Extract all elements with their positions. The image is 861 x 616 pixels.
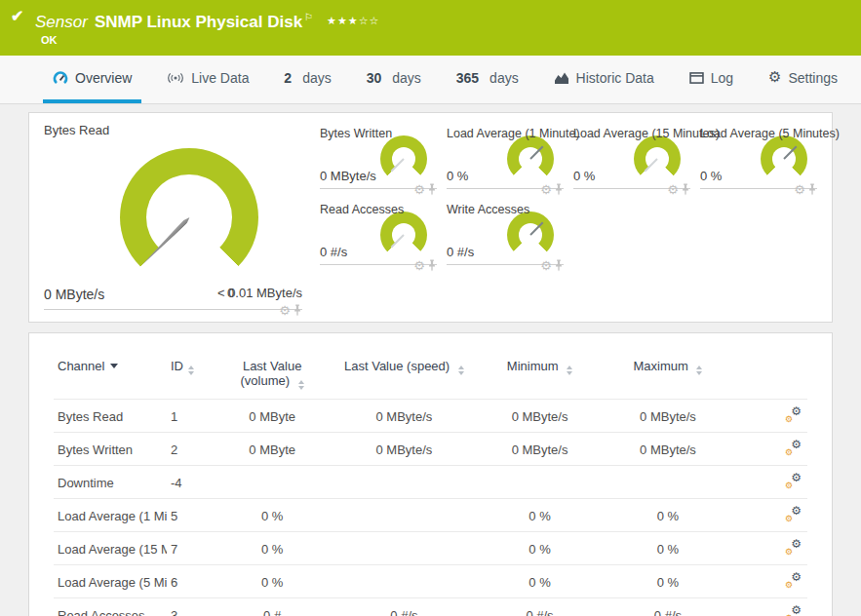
flag-icon[interactable]: ⚐ bbox=[304, 12, 313, 22]
table-row[interactable]: Bytes Written20 MByte0 MByte/s0 MByte/s0… bbox=[54, 433, 807, 466]
cell-minimum: 0 % bbox=[490, 565, 588, 598]
channels-table: Channel ID Last Value (volume) Last Valu… bbox=[54, 349, 807, 616]
tab-log[interactable]: Log bbox=[680, 56, 743, 103]
gauge-label: Bytes Read bbox=[44, 123, 302, 137]
channels-table-body: Bytes Read10 MByte0 MByte/s0 MByte/s0 MB… bbox=[54, 400, 807, 616]
cell-last-speed bbox=[318, 466, 491, 499]
cell-minimum: 0 MByte/s bbox=[490, 433, 588, 466]
column-header-channel[interactable]: Channel bbox=[54, 349, 167, 400]
column-header-last-speed[interactable]: Last Value (speed) bbox=[318, 349, 491, 400]
cell-id: 1 bbox=[167, 400, 227, 433]
pin-icon[interactable] bbox=[427, 183, 437, 196]
channels-panel: Channel ID Last Value (volume) Last Valu… bbox=[28, 332, 833, 616]
gauge-label: Read Accesses bbox=[320, 203, 404, 216]
gauge-label: Write Accesses bbox=[447, 203, 529, 216]
tab-overview[interactable]: Overview bbox=[43, 56, 141, 103]
pin-icon[interactable] bbox=[681, 183, 690, 196]
cell-channel: Load Average (5 Min... bbox=[54, 565, 167, 598]
gauge-tile-read-accesses: Read Accesses0 #/s⚙ bbox=[320, 199, 437, 265]
window-icon bbox=[689, 72, 704, 84]
cell-maximum: 0 % bbox=[589, 565, 747, 598]
cell-minimum: 0 MByte/s bbox=[490, 400, 588, 433]
gear-icon[interactable]: ⚙ bbox=[540, 259, 552, 272]
cell-last-speed bbox=[318, 565, 491, 598]
tab-historic-data[interactable]: Historic Data bbox=[544, 56, 664, 103]
edit-channel-icon[interactable]: ⚙⚙ bbox=[785, 441, 802, 455]
column-header-id[interactable]: ID bbox=[167, 349, 227, 400]
ok-check-icon: ✔ bbox=[11, 7, 23, 25]
cell-last-volume: 0 % bbox=[227, 499, 318, 532]
pin-icon[interactable] bbox=[807, 183, 817, 196]
tab-30-days[interactable]: 30days bbox=[357, 56, 431, 103]
edit-channel-icon[interactable]: ⚙⚙ bbox=[785, 540, 802, 555]
cell-id: 3 bbox=[167, 598, 227, 616]
gauge-value: 0 #/s bbox=[320, 245, 347, 259]
column-header-last-volume[interactable]: Last Value (volume) bbox=[227, 349, 318, 400]
tab-settings[interactable]: ⚙ Settings bbox=[759, 56, 847, 103]
gauge-dial bbox=[507, 212, 554, 258]
tab-365-days[interactable]: 365days bbox=[447, 56, 528, 103]
tile-icons: ⚙ bbox=[540, 259, 564, 272]
pin-icon[interactable] bbox=[554, 259, 564, 272]
gauge-dial bbox=[380, 135, 427, 182]
pin-icon[interactable] bbox=[427, 259, 437, 272]
cell-last-speed: 0 #/s bbox=[318, 598, 491, 616]
table-header-row: Channel ID Last Value (volume) Last Valu… bbox=[54, 349, 807, 400]
gauge-ring bbox=[120, 148, 258, 287]
tile-icons: ⚙ bbox=[413, 259, 437, 272]
cell-maximum: 0 MByte/s bbox=[589, 400, 747, 433]
table-row[interactable]: Bytes Read10 MByte0 MByte/s0 MByte/s0 MB… bbox=[54, 400, 807, 433]
cell-id: -4 bbox=[167, 466, 227, 499]
sensor-title: SNMP Linux Physical Disk bbox=[95, 13, 302, 31]
table-row[interactable]: Downtime-4⚙⚙ bbox=[54, 466, 807, 499]
gear-icon[interactable]: ⚙ bbox=[540, 183, 552, 196]
column-header-edit bbox=[747, 349, 807, 400]
table-row[interactable]: Read Accesses30 #0 #/s0 #/s0 #/s⚙⚙ bbox=[54, 598, 807, 616]
cell-last-volume bbox=[227, 466, 318, 499]
gauge-scale-max: < 0.01 MByte/s bbox=[217, 286, 302, 300]
priority-stars[interactable]: ★★★☆☆ bbox=[327, 15, 379, 26]
gauge-tile-bytes-written: Bytes Written0 MByte/s⚙ bbox=[320, 123, 437, 189]
cell-last-speed: 0 MByte/s bbox=[318, 433, 491, 466]
edit-channel-icon[interactable]: ⚙⚙ bbox=[785, 474, 802, 488]
edit-channel-icon[interactable]: ⚙⚙ bbox=[785, 407, 802, 422]
cell-maximum bbox=[589, 466, 747, 499]
tab-2-days[interactable]: 2days bbox=[274, 56, 340, 103]
cell-last-speed: 0 MByte/s bbox=[318, 400, 491, 433]
edit-channel-icon[interactable]: ⚙⚙ bbox=[785, 573, 802, 588]
edit-channel-icon[interactable]: ⚙⚙ bbox=[785, 507, 802, 521]
cell-last-volume: 0 # bbox=[227, 598, 318, 616]
edit-channel-icon[interactable]: ⚙⚙ bbox=[785, 606, 802, 616]
pin-icon[interactable] bbox=[293, 304, 302, 317]
sensor-status-header: ✔ SensorSNMP Linux Physical Disk⚐★★★☆☆ O… bbox=[0, 0, 861, 56]
gear-icon[interactable]: ⚙ bbox=[279, 304, 291, 317]
cell-channel: Load Average (1 Min... bbox=[54, 499, 167, 532]
column-header-maximum[interactable]: Maximum bbox=[589, 349, 747, 400]
table-row[interactable]: Load Average (1 Min...50 %0 %0 %⚙⚙ bbox=[54, 499, 807, 532]
tab-live-data[interactable]: Live Data bbox=[157, 56, 258, 103]
gear-icon[interactable]: ⚙ bbox=[794, 183, 805, 196]
gear-icon[interactable]: ⚙ bbox=[413, 259, 425, 272]
cell-channel: Bytes Written bbox=[54, 433, 167, 466]
cell-minimum bbox=[490, 466, 588, 499]
gauge-value: 0 % bbox=[447, 169, 468, 183]
area-chart-icon bbox=[554, 71, 569, 85]
gauge-tile-load-average-5-minutes: Load Average (5 Minutes)0 %⚙ bbox=[700, 123, 817, 189]
gear-icon[interactable]: ⚙ bbox=[413, 183, 425, 196]
cell-last-speed bbox=[318, 532, 491, 565]
cell-maximum: 0 MByte/s bbox=[589, 433, 747, 466]
cell-last-volume: 0 MByte bbox=[227, 400, 318, 433]
column-header-minimum[interactable]: Minimum bbox=[490, 349, 588, 400]
cell-maximum: 0 % bbox=[589, 499, 747, 532]
gauge-tile-write-accesses: Write Accesses0 #/s⚙ bbox=[447, 199, 564, 265]
gauge-dial bbox=[507, 135, 554, 182]
cell-minimum: 0 % bbox=[490, 499, 588, 532]
cell-id: 6 bbox=[167, 565, 227, 598]
table-row[interactable]: Load Average (15 Mi...70 %0 %0 %⚙⚙ bbox=[54, 532, 807, 565]
table-row[interactable]: Load Average (5 Min...60 %0 %0 %⚙⚙ bbox=[54, 565, 807, 598]
pin-icon[interactable] bbox=[554, 183, 564, 196]
gear-icon[interactable]: ⚙ bbox=[667, 183, 679, 196]
sort-icon bbox=[696, 366, 702, 375]
sort-icon bbox=[567, 366, 572, 375]
cell-last-volume: 0 MByte bbox=[227, 433, 318, 466]
